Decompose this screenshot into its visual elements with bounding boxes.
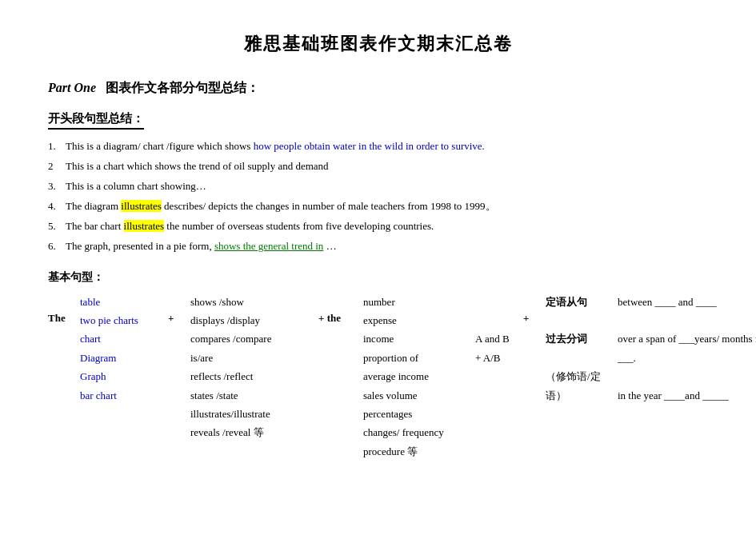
between-line4 bbox=[618, 367, 756, 385]
subject-graph: Graph bbox=[80, 367, 168, 385]
adj-space bbox=[546, 311, 618, 329]
adj-space2 bbox=[546, 349, 618, 367]
col-subjects: table two pie charts chart Diagram Graph… bbox=[80, 293, 168, 461]
section1-heading: 开头段句型总结： bbox=[48, 110, 144, 130]
obj-income: income bbox=[363, 329, 475, 348]
list-item: 1. This is a diagram/ chart /figure whic… bbox=[48, 138, 708, 155]
obj-procedure: procedure 等 bbox=[363, 442, 475, 461]
subject-chart: chart bbox=[80, 329, 168, 348]
col-verbs: shows /show displays /display compares /… bbox=[190, 293, 318, 461]
list-text: The diagram illustrates describes/ depic… bbox=[66, 198, 496, 215]
part-label: Part One bbox=[48, 81, 96, 95]
sentence-structure-table: The table two pie charts chart Diagram G… bbox=[48, 293, 708, 461]
list-num: 1. bbox=[48, 138, 66, 155]
list-num: 4. bbox=[48, 198, 66, 215]
col-plus2: + bbox=[523, 293, 546, 461]
obj-changes: changes/ frequency bbox=[363, 423, 475, 441]
obj-percentages: percentages bbox=[363, 405, 475, 423]
verb-reflects: reflects /reflect bbox=[190, 367, 318, 385]
plus2-label: + bbox=[523, 309, 546, 327]
list-num: 5. bbox=[48, 218, 66, 235]
list-num: 2 bbox=[48, 158, 66, 175]
between-line5: in the year ____and _____ bbox=[618, 386, 756, 405]
verb-compares: compares /compare bbox=[190, 329, 318, 348]
col-ab: A and B + A/B bbox=[475, 293, 523, 461]
verb-reveals: reveals /reveal 等 bbox=[190, 423, 318, 441]
list-item: 4. The diagram illustrates describes/ de… bbox=[48, 198, 708, 215]
subject-table: table bbox=[80, 293, 168, 311]
list-text: This is a chart which shows the trend of… bbox=[66, 158, 329, 175]
ab-slash: + A/B bbox=[475, 349, 523, 367]
obj-proportion: proportion of bbox=[363, 349, 475, 367]
adj3-heading: （修饰语/定语） bbox=[546, 367, 618, 405]
verb-states: states /state bbox=[190, 386, 318, 405]
between-line3: over a span of ___years/ months from ___… bbox=[618, 329, 756, 367]
obj-expense: expense bbox=[363, 311, 475, 329]
verb-shows: shows /show bbox=[190, 293, 318, 311]
page-title: 雅思基础班图表作文期末汇总卷 bbox=[48, 32, 708, 56]
adj2-heading: 过去分词 bbox=[546, 329, 618, 348]
sentence-patterns-list: 1. This is a diagram/ chart /figure whic… bbox=[48, 138, 708, 256]
col-between: between ____ and ____ over a span of ___… bbox=[618, 293, 756, 461]
between-line1: between ____ and ____ bbox=[618, 293, 756, 311]
ab-label2 bbox=[475, 311, 523, 329]
col-plusthe: + the bbox=[318, 293, 363, 461]
verb-illustrates: illustrates/illustrate bbox=[190, 405, 318, 423]
section2-label: 基本句型： bbox=[48, 270, 708, 285]
obj-number: number bbox=[363, 293, 475, 311]
list-num: 3. bbox=[48, 178, 66, 195]
list-text: This is a diagram/ chart /figure which s… bbox=[66, 138, 485, 155]
verb-is: is/are bbox=[190, 349, 318, 367]
between-line2 bbox=[618, 311, 756, 329]
part-description: 图表作文各部分句型总结： bbox=[106, 80, 259, 97]
obj-sales: sales volume bbox=[363, 386, 475, 405]
subject-diagram: Diagram bbox=[80, 349, 168, 367]
list-text: The bar chart illustrates the number of … bbox=[66, 218, 434, 235]
the-label: The bbox=[48, 309, 80, 327]
ab-label bbox=[475, 293, 523, 311]
col-plus1: + bbox=[168, 293, 190, 461]
part-one-heading: Part One 图表作文各部分句型总结： bbox=[48, 80, 708, 97]
plus1-label: + bbox=[168, 309, 190, 327]
list-num: 6. bbox=[48, 238, 66, 255]
list-item: 3. This is a column chart showing… bbox=[48, 178, 708, 195]
obj-avg-income: average income bbox=[363, 367, 475, 385]
ab-and: A and B bbox=[475, 329, 523, 348]
list-text: The graph, presented in a pie form, show… bbox=[66, 238, 337, 255]
col-objects: number expense income proportion of aver… bbox=[363, 293, 475, 461]
subject-two-pie: two pie charts bbox=[80, 311, 168, 329]
adj-heading: 定语从句 bbox=[546, 293, 618, 311]
plusthe-label: + the bbox=[318, 309, 363, 327]
col-adj: 定语从句 过去分词 （修饰语/定语） bbox=[546, 293, 618, 461]
list-item: 5. The bar chart illustrates the number … bbox=[48, 218, 708, 235]
verb-displays: displays /display bbox=[190, 311, 318, 329]
list-text: This is a column chart showing… bbox=[66, 178, 206, 195]
list-item: 2 This is a chart which shows the trend … bbox=[48, 158, 708, 175]
subject-barchart: bar chart bbox=[80, 386, 168, 405]
col-the: The bbox=[48, 293, 80, 461]
list-item: 6. The graph, presented in a pie form, s… bbox=[48, 238, 708, 255]
